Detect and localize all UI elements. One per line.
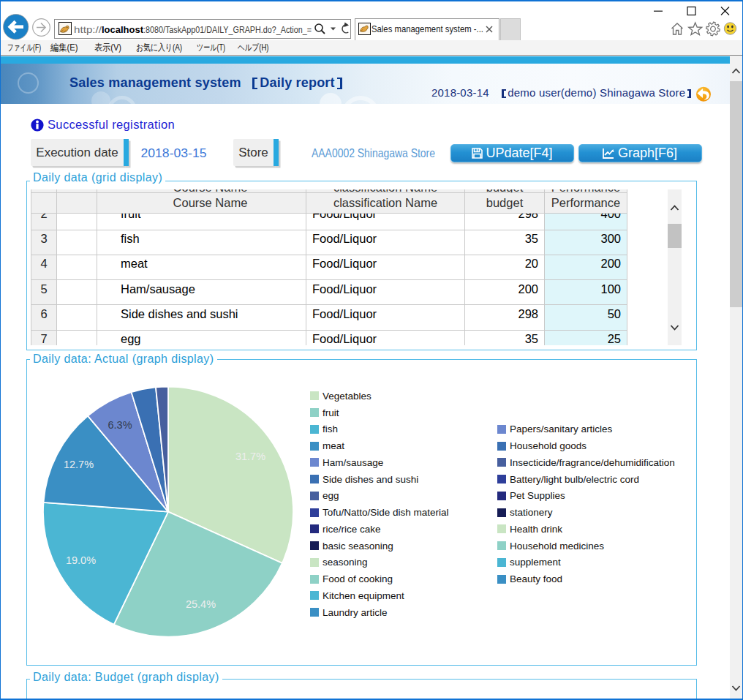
svg-text:ツール(T): ツール(T) xyxy=(197,42,225,53)
svg-text:ヘルプ(H): ヘルプ(H) xyxy=(238,42,269,53)
svg-text:http://: http:// xyxy=(74,24,102,35)
svg-text:25.4%: 25.4% xyxy=(186,599,216,611)
svg-text:31.7%: 31.7% xyxy=(235,451,265,463)
svg-text:お気に入り(A): お気に入り(A) xyxy=(136,42,182,53)
svg-text:2018-03-15: 2018-03-15 xyxy=(141,146,207,160)
svg-text:19.0%: 19.0% xyxy=(66,555,96,567)
svg-text:表示(V): 表示(V) xyxy=(94,42,121,53)
svg-text:ファイル(F): ファイル(F) xyxy=(7,42,41,53)
svg-text:6.3%: 6.3% xyxy=(108,420,132,432)
svg-text:Sales management system -...: Sales management system -... xyxy=(372,23,483,34)
svg-text:編集(E): 編集(E) xyxy=(50,42,78,53)
svg-text::8080/TaskApp01/DAILY_GRAPH.do: :8080/TaskApp01/DAILY_GRAPH.do?_Action_= xyxy=(143,24,312,35)
svg-text:12.7%: 12.7% xyxy=(64,459,94,471)
svg-text:AAA0002 Shinagawa Store: AAA0002 Shinagawa Store xyxy=(312,146,435,160)
svg-text:localhost: localhost xyxy=(102,24,143,35)
